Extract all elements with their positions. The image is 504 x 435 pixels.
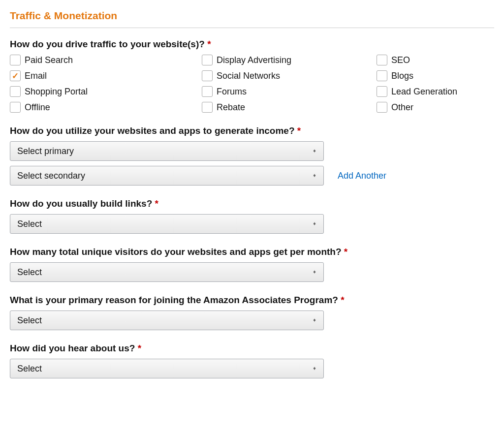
- question-visitors: How many total unique visitors do your w…: [10, 247, 494, 282]
- checkbox-label: Display Advertising: [217, 55, 291, 65]
- updown-icon: [313, 175, 316, 176]
- checkbox-seo: SEO: [377, 55, 494, 65]
- label-text: How do you utilize your websites and app…: [10, 125, 295, 136]
- question-income-label: How do you utilize your websites and app…: [10, 125, 494, 136]
- question-hear-label: How did you hear about us? *: [10, 343, 494, 354]
- label-text: What is your primary reason for joining …: [10, 295, 338, 305]
- question-links: How do you usually build links? * Select: [10, 198, 494, 234]
- label-text: How many total unique visitors do your w…: [10, 247, 342, 257]
- updown-icon: [313, 151, 316, 152]
- select-placeholder: Select: [17, 364, 42, 374]
- select-placeholder: Select: [17, 315, 42, 326]
- checkbox-label: Email: [25, 71, 47, 81]
- checkbox-paid-search: Paid Search: [10, 55, 202, 65]
- required-asterisk: *: [138, 343, 141, 353]
- add-another-link[interactable]: Add Another: [338, 171, 386, 181]
- section-divider: [10, 28, 494, 28]
- checkbox-input[interactable]: [202, 55, 213, 65]
- checkbox-input[interactable]: [377, 55, 387, 65]
- required-asterisk: *: [297, 125, 301, 136]
- label-text: How did you hear about us?: [10, 343, 135, 353]
- checkbox-email: Email: [10, 70, 202, 81]
- question-traffic: How do you drive traffic to your website…: [10, 39, 494, 113]
- checkbox-label: Offline: [25, 102, 50, 113]
- updown-icon: [313, 368, 316, 369]
- question-links-label: How do you usually build links? *: [10, 198, 494, 209]
- checkbox-label: Lead Generation: [391, 87, 457, 97]
- select-placeholder: Select secondary: [17, 171, 85, 181]
- checkbox-label: Forums: [217, 87, 247, 97]
- select-placeholder: Select primary: [17, 146, 74, 156]
- checkbox-label: Shopping Portal: [25, 87, 88, 97]
- label-text: How do you usually build links?: [10, 198, 152, 209]
- checkbox-label: Blogs: [391, 71, 413, 81]
- updown-icon: [313, 223, 316, 224]
- checkbox-input[interactable]: [202, 86, 213, 97]
- question-traffic-label: How do you drive traffic to your website…: [10, 39, 494, 50]
- checkbox-label: Social Networks: [217, 71, 280, 81]
- checkbox-other: Other: [377, 102, 494, 113]
- checkbox-input[interactable]: [377, 102, 387, 113]
- hear-select[interactable]: Select: [10, 359, 324, 378]
- checkbox-input[interactable]: [10, 55, 21, 65]
- checkbox-display-advertising: Display Advertising: [202, 55, 377, 65]
- checkbox-shopping-portal: Shopping Portal: [10, 86, 202, 97]
- checkbox-label: Other: [391, 102, 413, 113]
- links-select[interactable]: Select: [10, 214, 324, 234]
- checkbox-input[interactable]: [10, 86, 21, 97]
- reason-select[interactable]: Select: [10, 311, 324, 330]
- question-hear: How did you hear about us? * Select: [10, 343, 494, 378]
- select-placeholder: Select: [17, 267, 42, 278]
- required-asterisk: *: [155, 198, 158, 209]
- checkbox-rebate: Rebate: [202, 102, 377, 113]
- label-text: How do you drive traffic to your website…: [10, 39, 205, 49]
- checkbox-social-networks: Social Networks: [202, 70, 377, 81]
- checkbox-input[interactable]: [377, 86, 387, 97]
- checkbox-lead-generation: Lead Generation: [377, 86, 494, 97]
- updown-icon: [313, 272, 316, 273]
- required-asterisk: *: [344, 247, 347, 257]
- checkbox-forums: Forums: [202, 86, 377, 97]
- checkbox-input[interactable]: [202, 70, 213, 81]
- question-reason: What is your primary reason for joining …: [10, 295, 494, 330]
- checkbox-label: Rebate: [217, 102, 245, 113]
- checkbox-input[interactable]: [202, 102, 213, 113]
- checkbox-input[interactable]: [377, 70, 387, 81]
- traffic-checkbox-grid: Paid Search Display Advertising SEO Emai…: [10, 55, 494, 113]
- checkbox-input[interactable]: [10, 70, 21, 81]
- question-visitors-label: How many total unique visitors do your w…: [10, 247, 494, 257]
- updown-icon: [313, 320, 316, 321]
- required-asterisk: *: [207, 39, 211, 49]
- section-title: Traffic & Monetization: [10, 10, 494, 22]
- checkbox-label: SEO: [391, 55, 410, 65]
- select-placeholder: Select: [17, 219, 42, 229]
- income-primary-select[interactable]: Select primary: [10, 141, 324, 161]
- required-asterisk: *: [341, 295, 344, 305]
- checkbox-blogs: Blogs: [377, 70, 494, 81]
- income-secondary-select[interactable]: Select secondary: [10, 166, 324, 186]
- checkbox-input[interactable]: [10, 102, 21, 113]
- checkbox-label: Paid Search: [25, 55, 73, 65]
- checkbox-offline: Offline: [10, 102, 202, 113]
- question-income: How do you utilize your websites and app…: [10, 125, 494, 186]
- visitors-select[interactable]: Select: [10, 262, 324, 282]
- question-reason-label: What is your primary reason for joining …: [10, 295, 494, 306]
